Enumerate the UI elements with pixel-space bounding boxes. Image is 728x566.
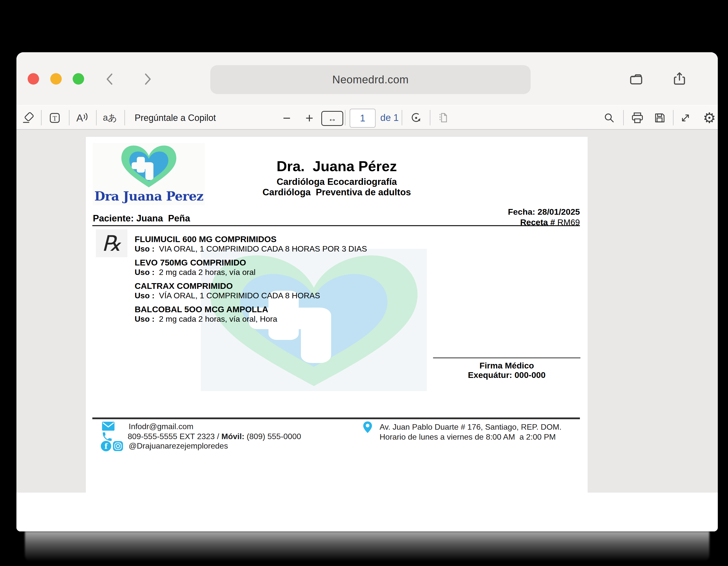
share-icon: [671, 71, 688, 88]
pdf-viewer-area[interactable]: Dra Juana Perez Dra. Juana Pérez Cardiól…: [16, 130, 718, 493]
medication-name: CALTRAX COMPRIMIDO: [135, 281, 483, 291]
find-button[interactable]: [602, 106, 616, 130]
doctor-name: Dra. Juana Pérez: [86, 158, 588, 175]
ask-copilot-label: Pregúntale a Copilot: [135, 113, 216, 123]
printer-icon: [630, 112, 644, 124]
header-divider: [92, 225, 580, 226]
print-button[interactable]: [630, 106, 644, 130]
medication-name: LEVO 750MG COMPRIMIDO: [135, 258, 483, 268]
prescription-page: Dra Juana Perez Dra. Juana Pérez Cardiól…: [86, 137, 588, 493]
folder-icon: [628, 71, 645, 88]
browser-window: Neomedrd.com: [16, 52, 718, 531]
page-view-button[interactable]: [436, 106, 450, 130]
forward-button[interactable]: [141, 72, 154, 86]
page-count-label: de 1: [380, 106, 399, 130]
divider: [345, 110, 345, 125]
divider: [430, 110, 430, 125]
minimize-button[interactable]: [50, 73, 62, 85]
fit-width-icon: ↔: [328, 114, 336, 123]
divider: [124, 110, 125, 125]
translate-icon: aあ: [103, 112, 117, 124]
chevron-left-icon: [107, 74, 112, 84]
svg-text:T: T: [53, 115, 57, 122]
text-icon: T: [48, 112, 61, 124]
add-text-button[interactable]: T: [48, 106, 62, 130]
date-line: Fecha: 28/01/2025: [508, 207, 580, 217]
rotate-button[interactable]: [409, 106, 423, 130]
save-icon: [653, 112, 666, 124]
gear-icon: ⚙: [703, 110, 716, 126]
address-line-2: Horario de lunes a viernes de 8:00 AM a …: [380, 432, 556, 442]
share-button[interactable]: [671, 71, 688, 88]
read-aloud-icon: A: [76, 112, 90, 124]
footer-divider: [92, 417, 580, 419]
specialty-line-2: Cardióloga Preventiva de adultos: [86, 187, 588, 198]
save-button[interactable]: [653, 106, 667, 130]
medication-item: BALCOBAL 5OO MCG AMPOLLA Uso : 2 mg cada…: [135, 304, 483, 324]
medication-uso: Uso : VIA ORAL, 1 COMPRIMIDO CADA 8 HORA…: [135, 244, 483, 254]
close-button[interactable]: [28, 73, 39, 85]
facebook-icon: f: [101, 441, 111, 451]
title-bar: Neomedrd.com: [16, 52, 718, 105]
rx-symbol-box: ℞: [96, 230, 127, 257]
patient-label: Paciente:: [93, 213, 136, 224]
medication-item: CALTRAX COMPRIMIDO Uso : VÍA ORAL, 1 COM…: [135, 281, 483, 300]
svg-text:A: A: [76, 113, 83, 123]
expand-icon: [679, 112, 692, 124]
page-number-input[interactable]: 1: [350, 109, 376, 128]
phone-line: 809-555-5555 EXT 2323 / Móvil: (809) 555…: [128, 432, 301, 441]
screenshot-root: Neomedrd.com: [0, 0, 728, 566]
divider: [69, 110, 69, 125]
address-bar[interactable]: Neomedrd.com: [210, 65, 531, 94]
window-reflection: [25, 531, 709, 561]
medication-name: BALCOBAL 5OO MCG AMPOLLA: [135, 304, 483, 314]
search-icon: [603, 112, 616, 124]
medication-item: FLUIMUCIL 600 MG COMPRIMIDOS Uso : VIA O…: [135, 234, 483, 254]
minus-icon: −: [283, 110, 291, 126]
window-bottom-band: [16, 493, 718, 531]
exequatur-label: Exequátur: 000-000: [433, 370, 580, 380]
medication-uso: Uso : VÍA ORAL, 1 COMPRIMIDO CADA 8 HORA…: [135, 291, 483, 300]
divider: [673, 110, 673, 125]
eraser-icon: [21, 112, 34, 124]
zoom-in-button[interactable]: +: [302, 106, 316, 130]
email-address: Infodr@gmail.com: [129, 422, 193, 431]
location-pin-icon: [362, 421, 374, 438]
medication-uso: Uso : 2 mg cada 2 horas, vía oral, Hora: [135, 314, 483, 324]
expand-button[interactable]: [678, 106, 692, 130]
ask-copilot-button[interactable]: Pregúntale a Copilot: [135, 106, 216, 130]
divider: [623, 110, 624, 125]
chevron-right-icon: [146, 74, 150, 84]
address-line-1: Av. Juan Pablo Duarte # 176, Santiago, R…: [380, 422, 561, 432]
translate-button[interactable]: aあ: [101, 106, 119, 130]
specialty-line-1: Cardióloga Ecocardiografía: [86, 177, 588, 187]
url-text: Neomedrd.com: [332, 73, 409, 86]
medication-name: FLUIMUCIL 600 MG COMPRIMIDOS: [135, 234, 483, 244]
zoom-out-button[interactable]: −: [280, 106, 294, 130]
social-handle: @Drajuanarezejemploredes: [129, 441, 228, 450]
medication-uso: Uso : 2 mg cada 2 horas, vía oral: [135, 268, 483, 277]
signature-line: [433, 357, 580, 358]
patient-line: Paciente: Juana Peña: [93, 213, 190, 224]
erase-button[interactable]: [21, 106, 35, 130]
divider: [402, 110, 402, 125]
page-number-value: 1: [360, 113, 365, 124]
back-button[interactable]: [104, 72, 116, 86]
plus-icon: +: [305, 110, 313, 126]
rx-icon: ℞: [102, 231, 121, 256]
patient-name: Juana Peña: [136, 213, 190, 224]
page-view-icon: [437, 112, 449, 124]
tabs-button[interactable]: [628, 71, 645, 88]
fit-to-width-button[interactable]: ↔: [321, 111, 343, 126]
divider: [41, 110, 42, 125]
medication-item: LEVO 750MG COMPRIMIDO Uso : 2 mg cada 2 …: [135, 258, 483, 277]
email-icon: [102, 421, 115, 432]
signature-label: Firma Médico: [433, 361, 580, 370]
read-aloud-button[interactable]: A: [76, 106, 90, 130]
instagram-icon: [113, 441, 123, 452]
date-receta-block: Fecha: 28/01/2025 Receta # RM69: [508, 207, 580, 228]
divider: [96, 110, 97, 125]
fullscreen-button[interactable]: [73, 73, 84, 85]
rotate-icon: [410, 112, 423, 124]
settings-button[interactable]: ⚙: [702, 106, 716, 130]
